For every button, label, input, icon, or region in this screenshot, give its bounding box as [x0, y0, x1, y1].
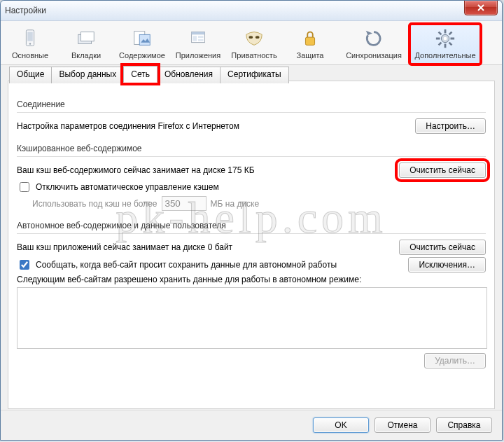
- close-icon: [477, 4, 484, 11]
- settings-window: Настройки Основные Вкладки Содержимое: [0, 0, 503, 441]
- offline-sites-listbox[interactable]: [17, 287, 487, 349]
- exceptions-button[interactable]: Исключения…: [408, 257, 486, 272]
- cancel-button[interactable]: Отмена: [374, 417, 430, 433]
- svg-point-2: [29, 43, 31, 44]
- cat-content[interactable]: Содержимое: [114, 24, 170, 64]
- disable-auto-cache-label: Отключить автоматическое управление кэше…: [36, 182, 219, 192]
- cat-content-label: Содержимое: [119, 51, 165, 60]
- subtab-updates[interactable]: Обновления: [157, 67, 220, 83]
- svg-rect-11: [198, 39, 204, 41]
- cache-size-text: Ваш кэш веб-содержимого сейчас занимает …: [17, 165, 395, 175]
- remove-site-button: Удалить…: [424, 353, 486, 368]
- svg-line-22: [449, 32, 452, 35]
- subtab-row: Общие Выбор данных Сеть Обновления Серти…: [9, 65, 288, 82]
- cat-privacy-label: Приватность: [231, 51, 276, 60]
- tabs-icon: [59, 27, 113, 50]
- group-connection-title: Соединение: [17, 97, 486, 111]
- svg-rect-14: [305, 37, 314, 45]
- svg-rect-4: [81, 32, 94, 41]
- cache-limit-input: [162, 196, 206, 211]
- lock-icon: [283, 27, 337, 50]
- dialog-footer: OK Отмена Справка: [1, 410, 502, 440]
- offline-size-text: Ваш кэш приложений сейчас занимает на ди…: [17, 242, 395, 252]
- svg-line-21: [449, 43, 452, 46]
- window-title: Настройки: [5, 6, 498, 15]
- cat-main-label: Основные: [12, 51, 48, 60]
- cat-apps[interactable]: Приложения: [170, 24, 226, 64]
- network-panel: Соединение Настройка параметров соединен…: [8, 91, 494, 408]
- clear-offline-button[interactable]: Очистить сейчас: [399, 240, 486, 255]
- divider: [17, 112, 486, 113]
- cat-privacy[interactable]: Приватность: [226, 24, 282, 64]
- phone-icon: [3, 27, 57, 50]
- cat-tabs[interactable]: Вкладки: [58, 24, 114, 64]
- cat-advanced[interactable]: Дополнительные: [410, 24, 481, 64]
- cat-sync[interactable]: Синхронизация: [338, 24, 410, 64]
- svg-point-24: [444, 37, 447, 41]
- svg-line-23: [439, 43, 442, 46]
- divider: [17, 156, 486, 157]
- cat-main[interactable]: Основные: [2, 24, 58, 64]
- cat-sync-label: Синхронизация: [346, 51, 402, 60]
- subtab-general[interactable]: Общие: [9, 67, 52, 83]
- titlebar: Настройки: [1, 1, 502, 21]
- mask-icon: [227, 27, 281, 50]
- disable-auto-cache-checkbox[interactable]: [20, 182, 29, 192]
- cat-tabs-label: Вкладки: [71, 51, 101, 60]
- sync-icon: [339, 27, 409, 50]
- offline-notify-checkbox[interactable]: [20, 260, 29, 270]
- cache-limit-suffix: МБ на диске: [211, 199, 260, 209]
- divider: [17, 233, 486, 234]
- svg-rect-8: [192, 32, 205, 35]
- svg-rect-9: [193, 36, 197, 41]
- subtab-network[interactable]: Сеть: [123, 66, 158, 83]
- offline-allowed-label: Следующим веб-сайтам разрешено хранить д…: [17, 275, 361, 284]
- subtab-data[interactable]: Выбор данных: [51, 67, 124, 83]
- connection-desc: Настройка параметров соединения Firefox …: [17, 121, 411, 131]
- help-button[interactable]: Справка: [436, 417, 492, 433]
- cat-security-label: Защита: [297, 51, 324, 60]
- configure-connection-button[interactable]: Настроить…: [415, 118, 486, 134]
- group-cache-title: Кэшированное веб-содержимое: [17, 141, 486, 155]
- ok-button[interactable]: OK: [313, 417, 369, 433]
- svg-line-20: [439, 32, 442, 35]
- svg-rect-6: [139, 34, 150, 45]
- gear-icon: [410, 27, 480, 50]
- svg-point-13: [255, 36, 260, 39]
- subtab-certs[interactable]: Сертификаты: [220, 67, 289, 83]
- content-icon: [115, 27, 169, 50]
- cat-apps-label: Приложения: [176, 51, 220, 60]
- offline-notify-label: Сообщать, когда веб-сайт просит сохранит…: [36, 260, 404, 270]
- svg-rect-10: [198, 36, 204, 38]
- close-button[interactable]: [464, 0, 498, 15]
- svg-point-12: [249, 36, 253, 39]
- cat-advanced-label: Дополнительные: [414, 51, 475, 60]
- svg-rect-1: [27, 32, 33, 41]
- category-toolbar: Основные Вкладки Содержимое Приложения П…: [1, 21, 502, 65]
- clear-cache-button[interactable]: Очистить сейчас: [399, 163, 486, 178]
- cat-security[interactable]: Защита: [282, 24, 338, 64]
- apps-icon: [171, 27, 225, 50]
- panel-body: Соединение Настройка параметров соединен…: [8, 81, 495, 409]
- group-offline-title: Автономное веб-содержимое и данные польз…: [17, 218, 486, 232]
- cache-limit-prefix: Использовать под кэш не более: [32, 199, 158, 209]
